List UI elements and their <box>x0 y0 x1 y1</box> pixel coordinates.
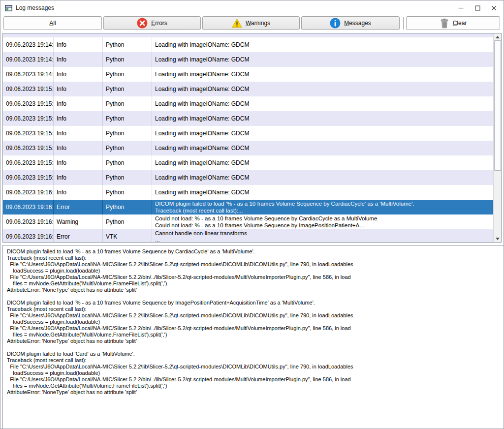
table-row[interactable]: 09.06.2023 19:14:51InfoPythonLoading wit… <box>3 52 493 67</box>
cell-origin: Python <box>103 111 152 126</box>
filter-messages-button[interactable]: Messages <box>301 16 400 30</box>
detail-line: loadSuccess = plugin.load(loadable) <box>7 319 504 325</box>
cell-origin: Python <box>103 170 152 185</box>
detail-line: File "C:\Users\J6O\AppData\Local\NA-MIC\… <box>7 312 504 319</box>
log-messages-window: Log messages All Errors <box>0 0 504 429</box>
table-row[interactable]: 09.06.2023 19:16:11WarningPythonCould no… <box>3 214 493 229</box>
detail-line: files = mvNode.GetAttribute('MultiVolume… <box>7 332 504 338</box>
cell-level: Info <box>54 141 103 155</box>
cell-origin: Python <box>103 82 152 96</box>
cell-message: Loading with imageIOName: GDCM <box>152 96 493 111</box>
detail-line <box>7 344 504 351</box>
cell-timestamp: 09.06.2023 19:15:39 <box>3 141 54 155</box>
detail-line: DICOM plugin failed to load '% - as a 10… <box>7 248 504 255</box>
cell-timestamp: 09.06.2023 19:14:51 <box>3 52 54 67</box>
filter-all-label: All <box>49 20 56 27</box>
cell-message: Loading with imageIOName: GDCM <box>152 82 493 96</box>
cell-timestamp: 09.06.2023 19:14:59 <box>3 67 54 82</box>
filter-errors-label: Errors <box>151 20 167 27</box>
table-row[interactable]: 09.06.2023 19:16:49ErrorVTKCannot handle… <box>3 229 493 242</box>
cell-timestamp: 09.06.2023 19:15:47 <box>3 155 54 170</box>
arrow-up-icon <box>496 36 500 38</box>
cell-timestamp: 09.06.2023 19:15:07 <box>3 82 54 96</box>
cell-timestamp: 09.06.2023 19:16:11 <box>3 200 54 214</box>
minimize-icon <box>458 5 464 11</box>
detail-line: Traceback (most recent call last): <box>7 255 504 261</box>
message-icon <box>330 18 341 29</box>
cell-origin: Python <box>103 214 152 229</box>
close-button[interactable] <box>485 1 502 14</box>
table-row[interactable]: 09.06.2023 19:14:59InfoPythonLoading wit… <box>3 67 493 82</box>
warning-icon <box>232 18 242 28</box>
cell-timestamp: 09.06.2023 19:16:02 <box>3 185 54 200</box>
cell-origin: Python <box>103 52 152 67</box>
cell-level: Info <box>54 126 103 141</box>
clear-button[interactable]: Clear <box>406 16 500 30</box>
detail-line: File "C:/Users/J6O/AppData/Local/NA-MIC/… <box>7 274 504 280</box>
cell-level: Info <box>54 52 103 67</box>
title-bar[interactable]: Log messages <box>0 0 504 15</box>
cell-level: Info <box>54 170 103 185</box>
cell-level: Info <box>54 82 103 96</box>
table-row[interactable]: 09.06.2023 19:14:42InfoPythonLoading wit… <box>3 37 493 52</box>
detail-line: AttributeError: 'NoneType' object has no… <box>7 389 504 396</box>
table-row[interactable]: 09.06.2023 19:15:15InfoPythonLoading wit… <box>3 96 493 111</box>
scrollbar-down-button[interactable] <box>494 235 502 242</box>
filter-all-button[interactable]: All <box>3 16 102 30</box>
filter-warnings-button[interactable]: Warnings <box>202 16 300 30</box>
cell-timestamp: 09.06.2023 19:15:55 <box>3 170 54 185</box>
table-row[interactable]: 09.06.2023 19:15:23InfoPythonLoading wit… <box>3 111 493 126</box>
detail-line: loadSuccess = plugin.load(loadable) <box>7 370 504 376</box>
maximize-button[interactable] <box>469 1 486 14</box>
table-row[interactable]: 09.06.2023 19:16:02InfoPythonLoading wit… <box>3 185 493 200</box>
minimize-button[interactable] <box>452 1 469 14</box>
toolbar-separator <box>403 17 404 30</box>
cell-level: Error <box>54 229 103 242</box>
cell-level: Info <box>54 111 103 126</box>
detail-line: Traceback (most recent call last): <box>7 357 504 364</box>
table-row[interactable]: 09.06.2023 19:15:07InfoPythonLoading wit… <box>3 82 493 96</box>
cell-message: Loading with imageIOName: GDCM <box>152 67 493 82</box>
cell-level: Info <box>54 37 103 52</box>
cell-origin: Python <box>103 37 152 52</box>
cell-origin: Python <box>103 200 152 214</box>
table-row[interactable]: 09.06.2023 19:15:39InfoPythonLoading wit… <box>3 141 493 155</box>
detail-line: File "C:\Users\J6O\AppData\Local\NA-MIC\… <box>7 364 504 370</box>
cell-level: Warning <box>54 214 103 229</box>
table-row[interactable]: 09.06.2023 19:15:47InfoPythonLoading wit… <box>3 155 493 170</box>
clear-label: Clear <box>453 20 467 27</box>
cell-origin: Python <box>103 185 152 200</box>
cell-origin: VTK <box>103 229 152 242</box>
filter-warnings-label: Warnings <box>246 20 270 27</box>
table-vertical-scrollbar[interactable] <box>493 33 501 242</box>
cell-timestamp: 09.06.2023 19:16:49 <box>3 229 54 242</box>
detail-line: File "C:/Users/J6O/AppData/Local/NA-MIC/… <box>7 325 504 332</box>
app-window-icon <box>5 4 12 11</box>
cell-timestamp: 09.06.2023 19:15:15 <box>3 96 54 111</box>
cell-message: Cannot handle non-linear transforms ... <box>152 229 493 242</box>
trash-icon <box>440 18 449 29</box>
cell-level: Info <box>54 67 103 82</box>
detail-line: AttributeError: 'NoneType' object has no… <box>7 338 504 344</box>
table-row[interactable]: 09.06.2023 19:16:11ErrorPythonDICOM plug… <box>3 200 493 214</box>
close-icon <box>491 5 497 11</box>
cell-level: Error <box>54 200 103 214</box>
cell-origin: Python <box>103 126 152 141</box>
scrollbar-up-button[interactable] <box>494 33 502 40</box>
cell-level: Info <box>54 96 103 111</box>
cell-origin: Python <box>103 155 152 170</box>
scrollbar-thumb[interactable] <box>494 40 501 171</box>
filter-errors-button[interactable]: Errors <box>103 16 201 30</box>
table-row[interactable]: 09.06.2023 19:15:55InfoPythonLoading wit… <box>3 170 493 185</box>
cell-message: Loading with imageIOName: GDCM <box>152 185 493 200</box>
detail-line: File "C:/Users/J6O/AppData/Local/NA-MIC/… <box>7 376 504 383</box>
details-pane[interactable]: DICOM plugin failed to load '% - as a 10… <box>2 245 504 429</box>
arrow-down-icon <box>496 238 500 240</box>
table-row[interactable]: 09.06.2023 19:15:31InfoPythonLoading wit… <box>3 126 493 141</box>
details-text: DICOM plugin failed to load '% - as a 10… <box>7 248 504 396</box>
detail-line: File "C:\Users\J6O\AppData\Local\NA-MIC\… <box>7 261 504 268</box>
table-row-partial[interactable] <box>3 33 493 37</box>
cell-message: Loading with imageIOName: GDCM <box>152 37 493 52</box>
cell-message: Could not load: % - as a 10 frames Volum… <box>152 214 493 229</box>
detail-line: files = mvNode.GetAttribute('MultiVolume… <box>7 383 504 389</box>
